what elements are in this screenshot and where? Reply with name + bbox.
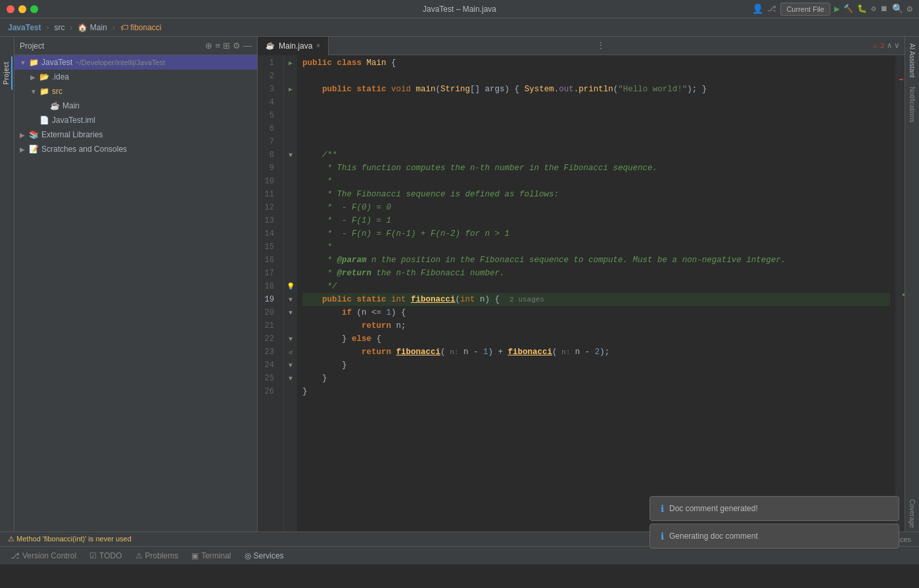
ln-9: 9 [258, 162, 278, 175]
gutter-20[interactable]: ▼ [284, 306, 297, 319]
nav-up-icon[interactable]: ∧ [887, 41, 892, 51]
nav-src[interactable]: src [51, 22, 67, 34]
gutter-23[interactable]: ↺ [284, 346, 297, 359]
ln-4: 4 [258, 96, 278, 109]
nav-main[interactable]: 🏠 Main [75, 22, 109, 34]
error-indicator: ⚠ 2 ∧ ∨ [873, 41, 905, 51]
iml-icon: 📄 [39, 116, 49, 125]
javatest-label: JavaTest [41, 58, 72, 67]
search-icon[interactable]: 🔍 [892, 3, 903, 14]
toast-1: ℹ Doc comment generated! [649, 496, 899, 521]
scratches-icon: 📝 [29, 145, 39, 154]
tree-item-ext-libs[interactable]: ▶ 📚 External Libraries [14, 127, 257, 142]
sidebar-header: Project ⊕ ≡ ⊞ ⚙ — [14, 37, 257, 55]
user-icon[interactable]: 👤 [752, 3, 763, 14]
sidebar-close-icon[interactable]: — [243, 41, 252, 51]
settings-icon[interactable]: ⚙ [907, 3, 912, 14]
ln-13: 13 [258, 214, 278, 227]
sidebar-settings-icon[interactable]: ⚙ [233, 41, 241, 51]
debug-icon[interactable]: 🐛 [857, 4, 867, 14]
maximize-button[interactable] [30, 5, 38, 13]
services-tab[interactable]: ◎ Services [239, 549, 289, 562]
code-line-8: /** [302, 148, 890, 162]
coverage-icon[interactable]: ⚙ [871, 4, 876, 14]
tree-item-javatest[interactable]: ▼ 📁 JavaTest ~/Developer/intellij/JavaTe… [14, 55, 257, 70]
code-line-1: public class Main { [302, 57, 890, 70]
gutter-3[interactable]: ▶ [284, 83, 297, 96]
tree-item-src[interactable]: ▼ 📁 src [14, 84, 257, 99]
code-line-19: public static int fibonacci(int n) { 2 u… [302, 293, 890, 306]
sidebar-locate-icon[interactable]: ⊕ [205, 41, 212, 51]
terminal-icon: ▣ [191, 551, 199, 560]
tree-item-idea[interactable]: ▶ 📂 .idea [14, 70, 257, 84]
tree-arrow-ext: ▶ [20, 131, 28, 139]
ln-22: 22 [258, 332, 278, 346]
coverage-tab[interactable]: Coverage [907, 495, 917, 531]
tab-close-button[interactable]: × [316, 42, 320, 49]
ln-19: 19 [258, 293, 278, 306]
terminal-tab[interactable]: ▣ Terminal [186, 549, 236, 562]
nav-down-icon[interactable]: ∨ [895, 41, 899, 51]
current-file-dropdown[interactable]: Current File [780, 3, 830, 16]
javatest-folder-icon: 📁 [29, 58, 39, 67]
version-control-tab[interactable]: ⎇ Version Control [5, 549, 82, 562]
tree-arrow-src: ▼ [30, 88, 38, 95]
gutter-1[interactable]: ▶ [284, 57, 297, 70]
tab-menu-button[interactable]: ⋮ [592, 41, 610, 51]
tab-bar: ☕ Main.java × ⋮ ⚠ 2 ∧ ∨ [258, 37, 905, 55]
toast-1-text: Doc comment generated! [669, 504, 758, 513]
gutter-19[interactable]: ▼ [284, 293, 297, 306]
idea-folder-icon: 📂 [39, 72, 49, 81]
vc-label: Version Control [22, 551, 76, 560]
gutter-16 [284, 254, 297, 267]
sidebar-collapse-icon[interactable]: ≡ [215, 41, 220, 51]
ln-14: 14 [258, 227, 278, 240]
nav-javatest[interactable]: JavaTest [5, 22, 43, 34]
bottom-bar: ⎇ Version Control ☑ TODO ⚠ Problems ▣ Te… [0, 546, 919, 564]
gutter-18[interactable]: 💡 [284, 280, 297, 293]
code-line-2 [302, 70, 890, 83]
ln-18: 18 [258, 280, 278, 293]
git-icon[interactable]: ⎇ [767, 4, 776, 14]
gutter-24[interactable]: ▼ [284, 359, 297, 372]
gutter-7 [284, 135, 297, 148]
tree-item-javatest-iml[interactable]: 📄 JavaTest.iml [14, 113, 257, 127]
ext-libs-label: External Libraries [41, 130, 103, 139]
code-line-24: } [302, 359, 890, 372]
warning-message[interactable]: ⚠ Method 'fibonacci(int)' is never used [5, 533, 134, 545]
build-icon[interactable]: 🔨 [843, 4, 853, 14]
run-icon[interactable]: ▶ [834, 3, 839, 14]
sidebar-title: Project [20, 41, 44, 51]
gutter-22[interactable]: ▼ [284, 332, 297, 346]
tree-item-main[interactable]: ☕ Main [14, 99, 257, 113]
minimize-button[interactable] [18, 5, 26, 13]
code-line-22: } else { [302, 332, 890, 346]
ai-assistant-tab[interactable]: AI Assistant [907, 39, 917, 81]
toast-2: ℹ Generating doc comment [649, 524, 899, 549]
tree-arrow-javatest: ▼ [20, 59, 28, 66]
ln-1: 1 [258, 57, 278, 70]
gutter-25[interactable]: ▼ [284, 372, 297, 385]
tab-main-java[interactable]: ☕ Main.java × [258, 37, 329, 55]
toast-2-text: Generating doc comment [669, 531, 758, 541]
vc-icon: ⎇ [11, 551, 20, 560]
rg-error-1 [899, 79, 903, 80]
close-button[interactable] [7, 5, 14, 13]
todo-tab[interactable]: ☑ TODO [84, 549, 127, 562]
sidebar-tab-project[interactable]: Project [1, 57, 12, 90]
title-bar: JavaTest – Main.java 👤 ⎇ Current File ▶ … [0, 0, 919, 18]
stop-icon[interactable]: ⏹ [880, 4, 888, 14]
sidebar-filter-icon[interactable]: ⊞ [223, 41, 230, 51]
gutter-5 [284, 109, 297, 122]
notifications-tab[interactable]: Notifications [907, 83, 917, 126]
nav-fibonacci[interactable]: 🏷 fibonacci [118, 22, 164, 34]
gutter-8[interactable]: ▼ [284, 148, 297, 162]
problems-tab[interactable]: ⚠ Problems [130, 549, 184, 562]
tree-item-scratches[interactable]: ▶ 📝 Scratches and Consoles [14, 142, 257, 156]
error-count: 2 [880, 42, 885, 50]
code-line-26: } [302, 385, 890, 398]
ln-21: 21 [258, 319, 278, 332]
code-editor[interactable]: 1 2 3 4 5 6 7 8 9 10 11 12 13 14 15 16 1… [258, 55, 905, 531]
code-content[interactable]: public class Main { public static void m… [297, 55, 895, 531]
scratches-label: Scratches and Consoles [41, 145, 127, 154]
